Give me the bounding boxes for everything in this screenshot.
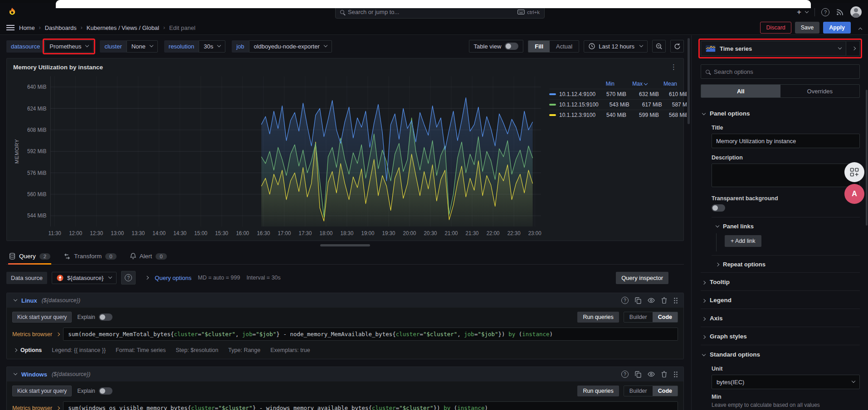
extension-grid-icon[interactable] <box>844 162 864 182</box>
viz-picker-button[interactable]: Time series <box>701 41 846 56</box>
subsection-panel-links[interactable]: Panel links <box>714 219 860 233</box>
time-series-chart[interactable]: 544 MiB560 MiB576 MiB592 MiB608 MiB624 M… <box>11 72 545 239</box>
section-tooltip[interactable]: Tooltip <box>701 272 860 290</box>
delete-icon[interactable] <box>661 371 667 377</box>
collapse-icon[interactable] <box>14 371 17 375</box>
legend-series-row[interactable]: 10.1.12.15:9100543 MiB617 MiB587 MiB <box>549 99 677 110</box>
series-color-swatch[interactable] <box>549 93 556 95</box>
svg-text:19:30: 19:30 <box>382 230 395 236</box>
section-graph-styles[interactable]: Graph styles <box>701 327 860 345</box>
collapse-options-icon[interactable] <box>857 24 862 32</box>
tab-query[interactable]: Query 2 <box>8 249 51 264</box>
query-help-icon[interactable]: ? <box>621 371 629 378</box>
duplicate-icon[interactable] <box>635 371 641 378</box>
fill-option[interactable]: Fill <box>528 41 550 52</box>
query-options-label[interactable]: Options <box>20 347 42 353</box>
code-option[interactable]: Code <box>653 386 678 396</box>
legend-series-row[interactable]: 10.1.12.3:9100540 MiB599 MiB568 MiB <box>549 110 677 120</box>
query-inspector-button[interactable]: Query inspector <box>616 272 668 284</box>
table-view-switch[interactable] <box>505 43 518 50</box>
variable-datasource-picker[interactable]: Prometheus <box>44 40 93 53</box>
legend-sort-max[interactable]: Max <box>616 81 647 87</box>
tab-all[interactable]: All <box>701 85 780 97</box>
explain-switch[interactable] <box>99 387 112 395</box>
query-help-icon[interactable]: ? <box>621 297 629 304</box>
tab-overrides[interactable]: Overrides <box>780 85 860 97</box>
variable-label: job <box>232 40 249 53</box>
search-options-input[interactable]: Search options <box>701 64 860 79</box>
code-option[interactable]: Code <box>653 312 678 322</box>
builder-option[interactable]: Builder <box>624 312 653 322</box>
variable-cluster-picker[interactable]: None <box>127 40 158 53</box>
user-avatar[interactable] <box>850 6 862 18</box>
explain-switch[interactable] <box>99 314 112 321</box>
main-scrollbar[interactable] <box>687 35 691 410</box>
query-name[interactable]: Windows <box>21 371 47 378</box>
menu-toggle-icon[interactable] <box>6 25 15 30</box>
section-panel-options[interactable]: Panel options <box>701 104 860 122</box>
tab-transform[interactable]: Transform 0 <box>63 249 117 264</box>
panel-menu-icon[interactable]: ⋮ <box>670 63 677 71</box>
grafana-logo-icon[interactable] <box>6 6 18 18</box>
metrics-browser-toggle[interactable]: Metrics browser <box>12 405 59 410</box>
save-button[interactable]: Save <box>795 22 820 34</box>
transparent-background-switch[interactable] <box>712 204 725 212</box>
query-options-toggle[interactable]: Query options <box>155 275 191 281</box>
collapse-icon[interactable] <box>14 298 17 301</box>
section-axis[interactable]: Axis <box>701 309 860 327</box>
kick-start-query-button[interactable]: Kick start your query <box>12 312 72 323</box>
kick-start-query-button[interactable]: Kick start your query <box>12 386 72 396</box>
variable-resolution-picker[interactable]: 30s <box>199 40 225 53</box>
unit-select[interactable]: bytes(IEC) <box>712 375 860 389</box>
breadcrumb-dashboard-name[interactable]: Kubernetes / Views / Global <box>87 24 159 31</box>
table-view-toggle[interactable]: Table view <box>469 40 524 53</box>
datasource-picker[interactable]: ${datasource} <box>52 272 117 284</box>
series-name[interactable]: 10.1.12.15:9100 <box>559 101 599 108</box>
promql-editor-linux[interactable]: sum(node_memory_MemTotal_bytes{cluster="… <box>63 328 678 341</box>
help-icon[interactable]: ? <box>821 8 829 16</box>
variable-job-picker[interactable]: oldboyedu-node-exporter <box>249 40 332 53</box>
duplicate-icon[interactable] <box>635 297 641 304</box>
breadcrumb-dashboards[interactable]: Dashboards <box>45 24 77 31</box>
extension-translate-icon[interactable]: A <box>844 184 864 204</box>
format-meta: Format: Time series <box>116 347 166 353</box>
builder-option[interactable]: Builder <box>624 386 653 396</box>
news-rss-icon[interactable] <box>836 9 844 16</box>
legend-sort-mean[interactable]: Mean <box>649 81 677 87</box>
apply-button[interactable]: Apply <box>823 22 851 34</box>
add-link-button[interactable]: + Add link <box>725 235 761 247</box>
viz-suggestions-toggle[interactable] <box>846 41 860 56</box>
series-color-swatch[interactable] <box>549 114 556 116</box>
datasource-help-button[interactable]: ? <box>121 271 136 285</box>
hide-query-icon[interactable] <box>648 371 655 377</box>
drag-handle-icon[interactable] <box>673 297 678 304</box>
new-button[interactable]: + <box>797 8 808 17</box>
section-legend[interactable]: Legend <box>701 290 860 309</box>
series-name[interactable]: 10.1.12.4:9100 <box>559 91 595 97</box>
promql-editor-windows[interactable]: sum(windows_os_visible_memory_bytes{clus… <box>63 401 678 410</box>
options-scrollbar[interactable] <box>866 90 868 226</box>
tab-alert[interactable]: Alert 0 <box>129 249 168 264</box>
panel-description-input[interactable] <box>712 164 860 187</box>
metrics-browser-toggle[interactable]: Metrics browser <box>12 331 59 338</box>
panel-resize-handle[interactable] <box>320 244 370 246</box>
query-name[interactable]: Linux <box>21 297 37 304</box>
breadcrumb-home[interactable]: Home <box>19 24 35 31</box>
run-queries-button[interactable]: Run queries <box>577 386 619 396</box>
actual-option[interactable]: Actual <box>550 41 579 52</box>
hide-query-icon[interactable] <box>648 298 655 303</box>
legend-series-row[interactable]: 10.1.12.4:9100570 MiB632 MiB610 MiB <box>549 89 677 99</box>
time-range-picker[interactable]: Last 12 hours <box>584 40 648 53</box>
legend-sort-min[interactable]: Min <box>585 81 614 87</box>
section-standard-options[interactable]: Standard options <box>701 345 860 363</box>
discard-button[interactable]: Discard <box>760 22 791 34</box>
subsection-repeat-options[interactable]: Repeat options <box>714 257 860 271</box>
refresh-button[interactable] <box>670 40 684 53</box>
zoom-out-button[interactable] <box>652 40 666 53</box>
panel-title-input[interactable] <box>712 134 860 148</box>
drag-handle-icon[interactable] <box>673 371 678 378</box>
series-name[interactable]: 10.1.12.3:9100 <box>559 112 595 118</box>
run-queries-button[interactable]: Run queries <box>577 312 619 323</box>
series-color-swatch[interactable] <box>549 104 556 106</box>
delete-icon[interactable] <box>661 297 667 304</box>
